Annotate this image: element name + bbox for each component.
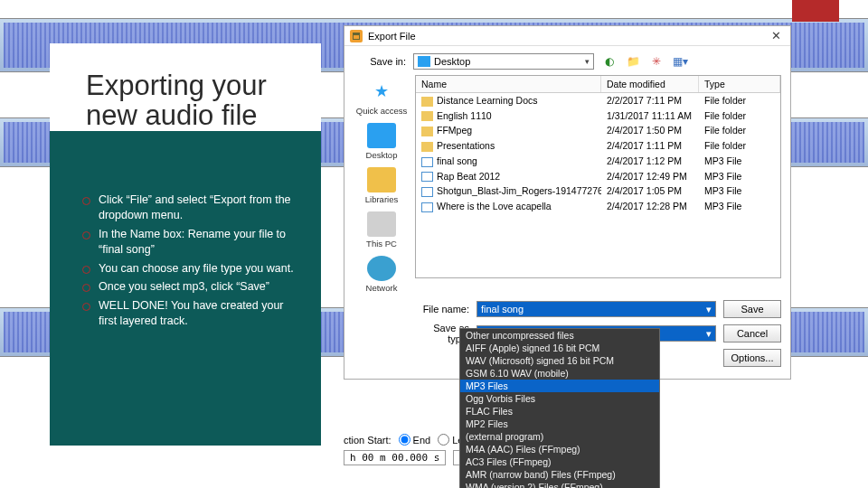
table-row[interactable]: Shotgun_Blast-Jim_Rogers-19147727632/4/2…	[416, 183, 780, 199]
save-in-value: Desktop	[434, 56, 470, 67]
options-button[interactable]: Options...	[723, 349, 781, 367]
table-row[interactable]: English 11101/31/2017 11:11 AMFile folde…	[416, 108, 780, 124]
format-option[interactable]: WMA (version 2) Files (FFmpeg)	[460, 481, 659, 488]
dialog-title: Export File	[368, 31, 416, 42]
col-date: Date modified	[601, 76, 699, 92]
place-libraries[interactable]: Libraries	[365, 167, 398, 204]
slide-accent	[792, 0, 839, 22]
file-list-header[interactable]: Name Date modified Type	[416, 76, 780, 93]
chevron-down-icon: ▾	[585, 57, 590, 66]
table-row[interactable]: Presentations2/4/2017 1:11 PMFile folder	[416, 138, 780, 154]
list-item: WELL DONE! You have created your first l…	[82, 298, 294, 329]
format-dropdown[interactable]: Other uncompressed filesAIFF (Apple) sig…	[459, 328, 660, 488]
filename-input[interactable]: final song▾	[476, 301, 716, 317]
format-option[interactable]: FLAC Files	[460, 405, 659, 418]
format-option[interactable]: (external program)	[460, 430, 659, 443]
list-item: Once you select mp3, click “Save”	[82, 279, 294, 295]
cancel-button[interactable]: Cancel	[723, 324, 781, 343]
views-icon[interactable]: ▦▾	[672, 53, 688, 70]
back-icon[interactable]: ◐	[601, 53, 618, 70]
format-option[interactable]: AMR (narrow band) Files (FFmpeg)	[460, 468, 659, 481]
col-name: Name	[416, 76, 601, 92]
places-bar: Quick access Desktop Libraries This PC N…	[354, 75, 410, 293]
place-quick-access[interactable]: Quick access	[356, 79, 408, 116]
place-network[interactable]: Network	[366, 256, 398, 293]
table-row[interactable]: FFMpeg2/4/2017 1:50 PMFile folder	[416, 123, 780, 138]
page-title: Exporting your new audio file	[86, 70, 303, 131]
table-row[interactable]: final song2/4/2017 1:12 PMMP3 File	[416, 154, 780, 169]
dialog-titlebar[interactable]: Export File ✕	[344, 26, 790, 46]
list-item: In the Name box: Rename your file to “fi…	[82, 227, 294, 258]
save-in-label: Save in:	[354, 56, 406, 67]
format-option[interactable]: MP2 Files	[460, 418, 659, 430]
format-option[interactable]: Ogg Vorbis Files	[460, 392, 659, 405]
place-this-pc[interactable]: This PC	[366, 211, 397, 249]
app-icon	[350, 30, 363, 42]
save-button[interactable]: Save	[723, 300, 781, 318]
format-option[interactable]: MP3 Files	[460, 380, 659, 392]
table-row[interactable]: Rap Beat 20122/4/2017 12:49 PMMP3 File	[416, 169, 780, 184]
timeline-controls: ction Start: End Le	[344, 434, 463, 446]
end-radio[interactable]: End	[399, 434, 431, 446]
timecode-1[interactable]: h 00 m 00.000 s	[344, 450, 446, 465]
file-list[interactable]: Name Date modified Type Distance Learnin…	[415, 75, 781, 278]
instruction-list: Click “File” and select “Export from the…	[82, 192, 294, 329]
format-option[interactable]: M4A (AAC) Files (FFmpeg)	[460, 443, 659, 455]
filename-label: File name:	[417, 304, 469, 314]
format-option[interactable]: WAV (Microsoft) signed 16 bit PCM	[460, 354, 659, 367]
up-icon[interactable]: 📁	[625, 53, 641, 70]
table-row[interactable]: Distance Learning Docs2/2/2017 7:11 PMFi…	[416, 93, 780, 108]
place-desktop[interactable]: Desktop	[366, 123, 398, 160]
heading-wrap: Exporting your new audio file	[50, 43, 321, 131]
col-type: Type	[699, 76, 780, 92]
format-option[interactable]: Other uncompressed files	[460, 329, 659, 342]
save-in-combo[interactable]: Desktop ▾	[413, 53, 594, 70]
folder-icon	[418, 56, 430, 67]
table-row[interactable]: Where is the Love acapella2/4/2017 12:28…	[416, 199, 780, 214]
list-item: Click “File” and select “Export from the…	[82, 192, 294, 223]
format-option[interactable]: AC3 Files (FFmpeg)	[460, 455, 659, 468]
format-option[interactable]: GSM 6.10 WAV (mobile)	[460, 367, 659, 380]
format-option[interactable]: AIFF (Apple) signed 16 bit PCM	[460, 342, 659, 354]
selection-start-label: ction Start:	[344, 435, 392, 446]
list-item: You can choose any file type you want.	[82, 261, 294, 277]
close-icon[interactable]: ✕	[768, 29, 785, 42]
new-folder-icon[interactable]: ✳	[648, 53, 665, 70]
export-dialog: Export File ✕ Save in: Desktop ▾ ◐ 📁 ✳ ▦…	[344, 25, 791, 380]
